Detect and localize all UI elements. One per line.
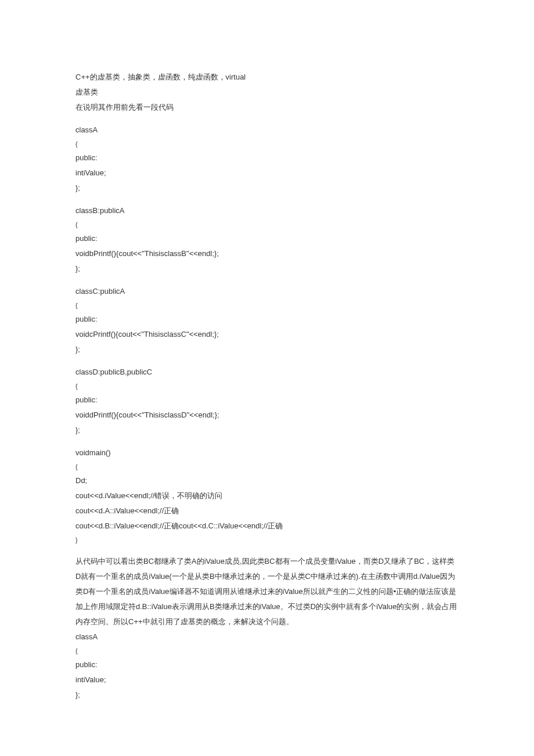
code-line: classB:publicA (75, 203, 459, 218)
code-line: { (75, 645, 459, 657)
code-line: { (75, 218, 459, 231)
subtitle-2: 在说明其作用前先看一段代码 (75, 100, 459, 115)
code-line: cout<<d.iValue<<endl;//错误，不明确的访问 (75, 488, 459, 503)
code-line: public: (75, 393, 459, 408)
blank-line (75, 357, 459, 365)
code-line: classA (75, 629, 459, 645)
blank-line (75, 438, 459, 445)
code-line: intiValue; (75, 165, 459, 181)
code-block-1: classA { public: intiValue; }; classB:pu… (75, 123, 459, 546)
code-line: cout<<d.B::iValue<<endl;//正确cout<<d.C::i… (75, 519, 459, 534)
code-line: }; (75, 181, 459, 196)
blank-line (75, 196, 459, 203)
code-line: classD:publicB,publicC (75, 365, 459, 380)
code-line: { (75, 299, 459, 312)
code-line: }; (75, 261, 459, 276)
code-line: } (75, 534, 459, 546)
code-line: { (75, 460, 459, 473)
code-line: cout<<d.A::iValue<<endl;//正确 (75, 503, 459, 519)
document-page: C++的虚基类，抽象类，虚函数，纯虚函数，virtual 虚基类 在说明其作用前… (0, 0, 534, 756)
code-line: voiddPrintf(){cout<<"ThisisclassD"<<endl… (75, 408, 459, 423)
blank-line (75, 115, 459, 123)
code-line: }; (75, 423, 459, 438)
code-line: voidbPrintf(){cout<<"ThisisclassB"<<endl… (75, 246, 459, 261)
code-line: voidcPrintf(){cout<<"ThisisclassC"<<endl… (75, 327, 459, 342)
code-line: voidmain() (75, 445, 459, 460)
blank-line (75, 276, 459, 284)
code-line: }; (75, 342, 459, 357)
code-line: public: (75, 312, 459, 327)
paragraph-1: 从代码中可以看出类BC都继承了类A的iValue成员,因此类BC都有一个成员变量… (75, 554, 459, 629)
code-block-2: classA { public: intiValue; }; (75, 629, 459, 703)
blank-line (75, 546, 459, 554)
code-line: Dd; (75, 473, 459, 488)
code-line: { (75, 380, 459, 393)
code-line: }; (75, 687, 459, 703)
code-line: classA (75, 123, 459, 138)
subtitle-1: 虚基类 (75, 85, 459, 100)
code-line: { (75, 138, 459, 150)
title-line: C++的虚基类，抽象类，虚函数，纯虚函数，virtual (75, 70, 459, 85)
code-line: public: (75, 150, 459, 165)
code-line: intiValue; (75, 672, 459, 687)
code-line: classC:publicA (75, 284, 459, 299)
code-line: public: (75, 231, 459, 246)
code-line: public: (75, 657, 459, 672)
